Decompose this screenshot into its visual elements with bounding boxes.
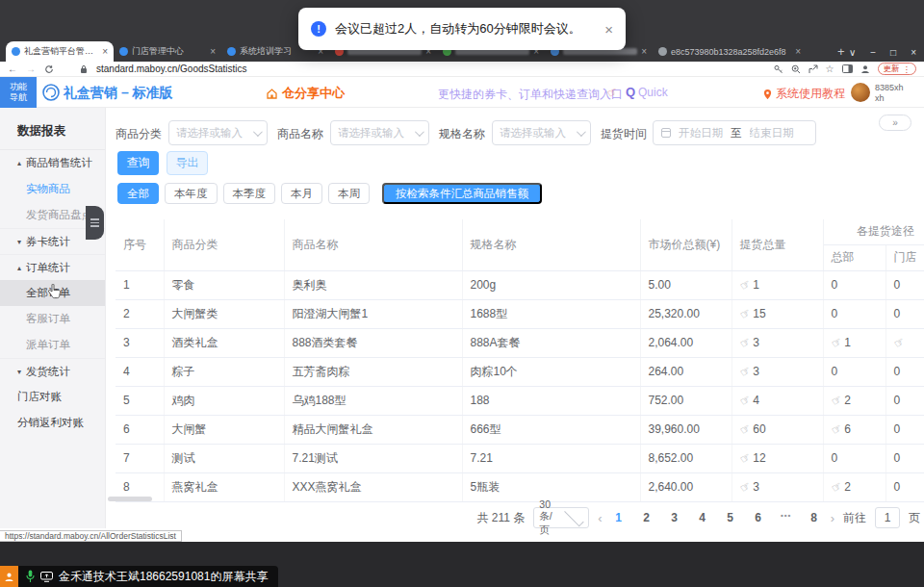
export-button[interactable]: 导出 bbox=[167, 151, 208, 175]
tab-close-icon[interactable]: × bbox=[210, 46, 216, 57]
table-cell: 零食 bbox=[164, 270, 284, 299]
range-tab-本年度[interactable]: 本年度 bbox=[165, 183, 218, 204]
goto-page-input[interactable] bbox=[875, 507, 900, 528]
sidebar-item-门店对账[interactable]: 门店对账 bbox=[0, 384, 105, 410]
zoom-icon[interactable] bbox=[791, 64, 801, 74]
table-row[interactable]: 3酒类礼盒888酒类套餐888A套餐2,064.00☞3☞1☞ bbox=[116, 328, 924, 357]
pickup-icon: ☞ bbox=[891, 334, 908, 351]
col-group-header-channels: 各提货途径 bbox=[823, 219, 924, 244]
browser-tab[interactable]: 门店管理中心× bbox=[114, 41, 221, 62]
range-tab-全部[interactable]: 全部 bbox=[117, 183, 159, 204]
table-cell: 乌鸡188型 bbox=[284, 386, 462, 415]
product-name-select[interactable]: 请选择或输入 bbox=[330, 120, 429, 145]
table-row[interactable]: 8燕窝礼盒XXX燕窝礼盒5瓶装2,640.00☞3☞20 bbox=[116, 472, 924, 501]
share-icon[interactable] bbox=[808, 64, 818, 74]
promo-text: 更快捷的券卡、订单和快递查询入口 bbox=[438, 87, 623, 103]
page-number[interactable]: 5 bbox=[723, 511, 738, 524]
page-number[interactable]: 2 bbox=[639, 511, 654, 524]
tab-search-chevron-icon[interactable]: ∨ bbox=[849, 47, 856, 58]
table-cell: ☞4 bbox=[732, 386, 823, 415]
table-row[interactable]: 1零食奥利奥200g5.00☞100 bbox=[116, 270, 924, 299]
side-panel-icon[interactable] bbox=[842, 64, 853, 73]
pickup-icon: ☞ bbox=[829, 392, 845, 409]
table-row[interactable]: 5鸡肉乌鸡188型188752.00☞4☞20 bbox=[116, 386, 924, 415]
profile-icon[interactable] bbox=[860, 64, 870, 74]
spec-select[interactable]: 请选择或输入 bbox=[492, 120, 591, 145]
reload-icon[interactable] bbox=[44, 64, 54, 74]
browser-tab[interactable]: 礼盒营销平台管理中心× bbox=[6, 41, 114, 62]
tab-favicon-icon bbox=[658, 47, 667, 56]
page-number[interactable]: 3 bbox=[667, 511, 682, 524]
table-row[interactable]: 7测试7.21测试7.218,652.00☞1200 bbox=[116, 444, 924, 472]
sidebar-item-发货统计[interactable]: ▾发货统计 bbox=[0, 358, 105, 384]
chevron-down-icon bbox=[253, 127, 263, 137]
tutorial-label: 系统使用教程 bbox=[776, 86, 845, 102]
table-cell: ☞3 bbox=[732, 472, 823, 501]
arrow-down-icon: ▾ bbox=[17, 238, 21, 246]
range-tab-本季度[interactable]: 本季度 bbox=[223, 183, 276, 204]
maximize-icon[interactable]: □ bbox=[890, 47, 896, 58]
minimize-icon[interactable]: − bbox=[870, 47, 876, 58]
sidebar-item-派单订单[interactable]: 派单订单 bbox=[0, 332, 105, 358]
table-cell: 0 bbox=[886, 357, 924, 386]
sidebar-item-订单统计[interactable]: ▴订单统计 bbox=[0, 254, 105, 280]
tab-close-icon[interactable]: × bbox=[102, 46, 108, 57]
sidebar-item-分销返利对账[interactable]: 分销返利对账 bbox=[0, 410, 105, 436]
range-tab-本月[interactable]: 本月 bbox=[281, 183, 322, 204]
query-button[interactable]: 查询 bbox=[117, 151, 159, 175]
sidebar-item-客服订单[interactable]: 客服订单 bbox=[0, 306, 105, 332]
participant-icon[interactable] bbox=[0, 566, 18, 587]
table-row[interactable]: 2大闸蟹类阳澄湖大闸蟹11688型25,320.00☞1500 bbox=[116, 299, 924, 328]
function-nav-toggle[interactable]: 功能 导航 bbox=[0, 77, 37, 108]
quick-search-icon[interactable]: Q bbox=[626, 85, 635, 99]
quick-label[interactable]: Quick bbox=[638, 86, 668, 99]
avatar[interactable] bbox=[851, 83, 870, 102]
table-row[interactable]: 6大闸蟹精品大闸蟹礼盒666型39,960.00☞60☞60 bbox=[116, 415, 924, 444]
summary-by-criteria-button[interactable]: 按检索条件汇总商品销售额 bbox=[382, 183, 542, 204]
url-text[interactable]: standard.maboy.cn/GoodsStatistics bbox=[96, 64, 247, 74]
browser-tab[interactable]: e8c573980b1328a258fd2e6f8× bbox=[653, 41, 807, 62]
notification-close-icon[interactable]: × bbox=[604, 21, 613, 38]
forward-icon[interactable]: → bbox=[26, 64, 36, 74]
tab-close-icon[interactable]: × bbox=[641, 46, 647, 57]
new-tab-button[interactable]: + bbox=[837, 44, 845, 59]
page-number[interactable]: 6 bbox=[751, 511, 766, 524]
close-icon[interactable]: × bbox=[911, 47, 916, 58]
page-size-select[interactable]: 30条/页 bbox=[533, 507, 589, 528]
page-number[interactable]: 1 bbox=[611, 511, 627, 524]
back-icon[interactable]: ← bbox=[8, 64, 17, 74]
next-page-icon[interactable]: › bbox=[831, 511, 834, 525]
warehouse-share-center-link[interactable]: 仓分享中心 bbox=[266, 85, 345, 102]
table-wrap: 序号 商品分类 商品名称 规格名称 市场价总额(¥) 提货总量 各提货途径 总部… bbox=[116, 219, 924, 502]
page-number[interactable]: 4 bbox=[695, 511, 710, 524]
filter-label-name: 商品名称 bbox=[277, 126, 323, 142]
bookmark-star-icon[interactable]: ☆ bbox=[826, 64, 834, 74]
table-cell: 大闸蟹 bbox=[164, 415, 284, 444]
screen-share-icon bbox=[40, 572, 53, 582]
table-row[interactable]: 4粽子五芳斋肉粽肉粽10个264.00☞300 bbox=[116, 357, 924, 386]
category-select[interactable]: 请选择或输入 bbox=[168, 120, 268, 145]
range-tab-本周[interactable]: 本周 bbox=[328, 183, 370, 204]
page-ellipsis: ••• bbox=[779, 511, 794, 524]
screen: 礼盒营销平台管理中心×门店管理中心×系统培训学习××××e8c573980b13… bbox=[0, 0, 924, 587]
table-cell: 奥利奥 bbox=[284, 270, 462, 299]
page-number[interactable]: 8 bbox=[807, 511, 822, 524]
table-cell: 2 bbox=[116, 299, 164, 328]
sidebar-item-商品销售统计[interactable]: ▴商品销售统计 bbox=[0, 150, 105, 176]
arrow-up-icon: ▴ bbox=[17, 159, 21, 167]
screen-share-pill[interactable]: 金禾通技术王斌18662591081的屏幕共享 bbox=[18, 566, 278, 587]
chrome-update-button[interactable]: 更新 ⋮ bbox=[878, 63, 917, 75]
tab-close-icon[interactable]: × bbox=[795, 46, 801, 57]
sidebar-item-实物商品[interactable]: 实物商品 bbox=[0, 176, 105, 202]
sidebar-drawer-handle[interactable] bbox=[86, 206, 104, 240]
table-cell: 1 bbox=[116, 270, 164, 299]
collapse-filters-button[interactable]: » bbox=[879, 115, 911, 131]
horizontal-scrollbar[interactable] bbox=[108, 497, 152, 501]
lock-icon bbox=[80, 64, 88, 74]
pickup-icon: ☞ bbox=[737, 421, 754, 438]
prev-page-icon[interactable]: ‹ bbox=[598, 511, 602, 525]
date-range-picker[interactable]: 开始日期 至 结束日期 bbox=[653, 120, 816, 145]
end-date-placeholder: 结束日期 bbox=[750, 126, 794, 140]
tutorial-link[interactable]: 系统使用教程 bbox=[763, 86, 845, 102]
password-key-icon[interactable] bbox=[774, 64, 783, 74]
